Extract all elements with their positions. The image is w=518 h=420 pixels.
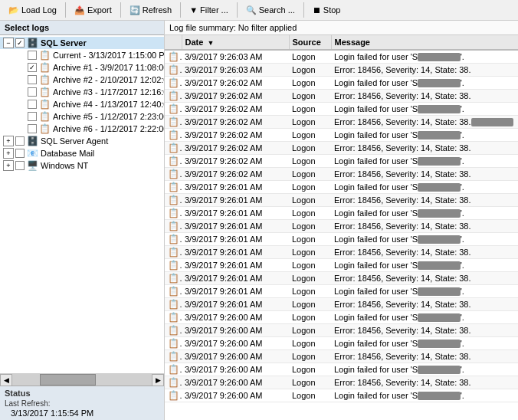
table-row[interactable]: 📋3/9/2017 9:26:02 AMLogonError: 18456, S…	[165, 116, 518, 129]
checkbox-archive2[interactable]	[28, 75, 37, 84]
table-row[interactable]: 📋3/9/2017 9:26:02 AMLogonError: 18456, S…	[165, 168, 518, 181]
table-row[interactable]: 📋3/9/2017 9:26:00 AMLogonLogin failed fo…	[165, 363, 518, 376]
checkbox-windows-nt[interactable]	[15, 161, 25, 170]
tree-node-archive5[interactable]: 📋 Archive #5 - 1/12/2017 2:23:00 PM	[0, 110, 164, 123]
col-header-date[interactable]: Date ▼	[182, 35, 289, 50]
scroll-thumb[interactable]	[40, 374, 96, 386]
table-row[interactable]: 📋3/9/2017 9:26:01 AMLogonError: 18456, S…	[165, 272, 518, 285]
expand-sql-server[interactable]: −	[3, 38, 14, 48]
tree-node-archive6[interactable]: 📋 Archive #6 - 1/12/2017 2:22:00 PM	[0, 123, 164, 135]
scroll-right-arrow[interactable]: ▶	[152, 374, 164, 386]
export-icon: 📤	[74, 5, 85, 15]
checkbox-archive1[interactable]: ✓	[28, 63, 37, 72]
left-scrollbar[interactable]: ◀ ▶	[0, 373, 164, 386]
row-icon-cell: 📋	[165, 116, 182, 129]
checkbox-sql-agent[interactable]	[15, 136, 25, 146]
row-message: Error: 18456, Severity: 14, State: 38.	[331, 350, 518, 363]
row-icon-cell: 📋	[165, 233, 182, 246]
table-row[interactable]: 📋3/9/2017 9:26:01 AMLogonLogin failed fo…	[165, 207, 518, 220]
row-source: Logon	[289, 90, 331, 103]
row-icon-cell: 📋	[165, 285, 182, 298]
table-row[interactable]: 📋3/9/2017 9:26:00 AMLogonError: 18456, S…	[165, 350, 518, 363]
archive1-label: Archive #1 - 3/9/2017 11:08:00 AM	[53, 63, 164, 72]
scroll-track[interactable]	[12, 374, 152, 386]
scroll-left-arrow[interactable]: ◀	[0, 374, 12, 386]
table-row[interactable]: 📋3/9/2017 9:26:02 AMLogonLogin failed fo…	[165, 129, 518, 142]
search-icon: 🔍	[246, 5, 257, 15]
row-source: Logon	[289, 285, 331, 298]
sql-agent-icon: 🗄️	[27, 136, 38, 146]
search-button[interactable]: 🔍 Search ...	[241, 3, 300, 18]
load-log-button[interactable]: 📂 Load Log	[3, 3, 62, 18]
checkbox-archive4[interactable]	[28, 100, 37, 109]
checkbox-sql-server[interactable]: ✓	[15, 38, 25, 48]
row-source: Logon	[289, 129, 331, 142]
table-row[interactable]: 📋3/9/2017 9:26:00 AMLogonLogin failed fo…	[165, 311, 518, 324]
table-row[interactable]: 📋3/9/2017 9:26:01 AMLogonError: 18456, S…	[165, 298, 518, 311]
row-date: 3/9/2017 9:26:01 AM	[182, 194, 289, 207]
row-message: Error: 18456, Severity: 14, State: 38.	[331, 246, 518, 259]
log-entry-icon: 📋	[168, 64, 182, 75]
log-entry-icon: 📋	[168, 77, 182, 88]
tree-node-db-mail[interactable]: + 📧 Database Mail	[0, 147, 164, 159]
tree-node-current[interactable]: 📋 Current - 3/13/2017 1:15:00 PM	[0, 49, 164, 61]
checkbox-archive3[interactable]	[28, 87, 37, 97]
table-row[interactable]: 📋3/9/2017 9:26:02 AMLogonError: 18456, S…	[165, 90, 518, 103]
tree-node-sql-agent[interactable]: + 🗄️ SQL Server Agent	[0, 135, 164, 147]
expand-windows-nt[interactable]: +	[3, 160, 14, 171]
tree-area[interactable]: − ✓ 🗄️ SQL Server 📋 Current - 3/13/2017 …	[0, 35, 164, 373]
table-row[interactable]: 📋3/9/2017 9:26:01 AMLogonError: 18456, S…	[165, 246, 518, 259]
archive5-label: Archive #5 - 1/12/2017 2:23:00 PM	[53, 112, 164, 121]
filter-icon: ▼	[189, 5, 198, 15]
row-source: Logon	[289, 103, 331, 116]
row-icon-cell: 📋	[165, 376, 182, 389]
checkbox-db-mail[interactable]	[15, 149, 25, 158]
table-row[interactable]: 📋3/9/2017 9:26:03 AMLogonLogin failed fo…	[165, 50, 518, 64]
row-message: Error: 18456, Severity: 14, State: 38.	[331, 90, 518, 103]
row-date: 3/9/2017 9:26:01 AM	[182, 207, 289, 220]
table-row[interactable]: 📋3/9/2017 9:26:00 AMLogonError: 18456, S…	[165, 376, 518, 389]
checkbox-archive5[interactable]	[28, 112, 37, 121]
table-row[interactable]: 📋3/9/2017 9:26:00 AMLogonLogin failed fo…	[165, 389, 518, 402]
table-row[interactable]: 📋3/9/2017 9:26:00 AMLogonLogin failed fo…	[165, 337, 518, 350]
checkbox-current[interactable]	[28, 51, 37, 60]
redacted-text	[418, 366, 461, 374]
table-row[interactable]: 📋3/9/2017 9:26:02 AMLogonLogin failed fo…	[165, 155, 518, 168]
row-source: Logon	[289, 116, 331, 129]
table-row[interactable]: 📋3/9/2017 9:26:02 AMLogonLogin failed fo…	[165, 77, 518, 90]
log-entry-icon: 📋	[168, 338, 182, 349]
table-row[interactable]: 📋3/9/2017 9:26:02 AMLogonError: 18456, S…	[165, 142, 518, 155]
table-row[interactable]: 📋3/9/2017 9:26:01 AMLogonLogin failed fo…	[165, 181, 518, 194]
log-table-container[interactable]: Date ▼ Source Message 📋3/9/2017 9:26:03 …	[165, 35, 518, 420]
expand-sql-agent[interactable]: +	[3, 136, 14, 146]
table-row[interactable]: 📋3/9/2017 9:26:01 AMLogonError: 18456, S…	[165, 220, 518, 233]
row-message: Error: 18456, Severity: 14, State: 38.	[331, 168, 518, 181]
expand-db-mail[interactable]: +	[3, 148, 14, 159]
filter-button[interactable]: ▼ Filter ...	[184, 3, 234, 17]
tree-node-windows-nt[interactable]: + 🖥️ Windows NT	[0, 159, 164, 172]
checkbox-archive6[interactable]	[28, 124, 37, 133]
refresh-button[interactable]: 🔄 Refresh	[124, 3, 178, 18]
table-row[interactable]: 📋3/9/2017 9:26:01 AMLogonLogin failed fo…	[165, 285, 518, 298]
row-source: Logon	[289, 207, 331, 220]
archive4-label: Archive #4 - 1/13/2017 12:40:00 P	[53, 100, 164, 109]
tree-node-archive1[interactable]: ✓ 📋 Archive #1 - 3/9/2017 11:08:00 AM	[0, 61, 164, 74]
archive1-icon: 📋	[39, 62, 51, 73]
table-row[interactable]: 📋3/9/2017 9:26:01 AMLogonLogin failed fo…	[165, 233, 518, 246]
row-icon-cell: 📋	[165, 50, 182, 64]
tree-node-archive4[interactable]: 📋 Archive #4 - 1/13/2017 12:40:00 P	[0, 98, 164, 110]
table-row[interactable]: 📋3/9/2017 9:26:03 AMLogonError: 18456, S…	[165, 64, 518, 77]
table-row[interactable]: 📋3/9/2017 9:26:01 AMLogonError: 18456, S…	[165, 194, 518, 207]
tree-node-sql-server[interactable]: − ✓ 🗄️ SQL Server	[0, 37, 164, 49]
col-header-source[interactable]: Source	[289, 35, 331, 50]
stop-button[interactable]: ⏹ Stop	[307, 3, 346, 17]
col-header-message[interactable]: Message	[331, 35, 518, 50]
redacted-text	[418, 261, 461, 270]
tree-node-archive2[interactable]: 📋 Archive #2 - 2/10/2017 12:02:00 P	[0, 74, 164, 86]
table-row[interactable]: 📋3/9/2017 9:26:00 AMLogonError: 18456, S…	[165, 324, 518, 337]
tree-node-archive3[interactable]: 📋 Archive #3 - 1/17/2017 12:16:00 P	[0, 86, 164, 98]
table-row[interactable]: 📋3/9/2017 9:26:01 AMLogonLogin failed fo…	[165, 259, 518, 272]
row-date: 3/9/2017 9:26:01 AM	[182, 233, 289, 246]
export-button[interactable]: 📤 Export	[69, 3, 117, 18]
table-row[interactable]: 📋3/9/2017 9:26:02 AMLogonLogin failed fo…	[165, 103, 518, 116]
